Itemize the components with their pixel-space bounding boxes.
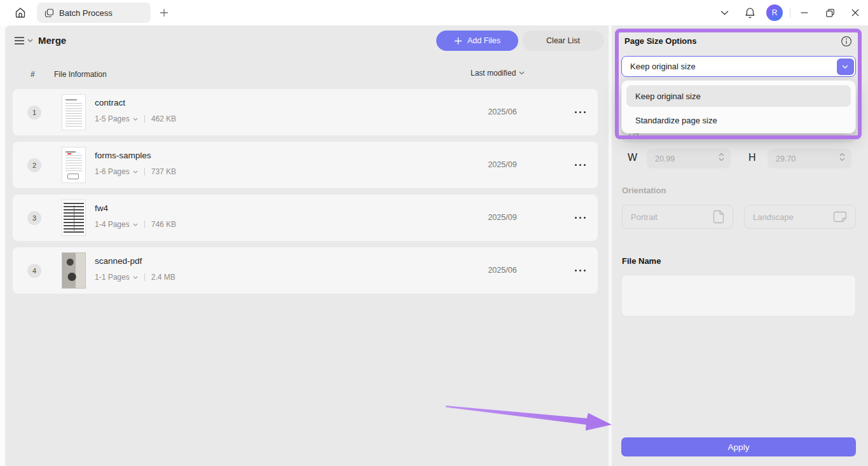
hamburger-icon <box>14 36 25 45</box>
row-more-button[interactable] <box>567 209 593 226</box>
avatar-initial: R <box>772 8 778 17</box>
page-range-dropdown[interactable]: 1-5 Pages <box>95 114 138 123</box>
file-modified-date: 2025/06 <box>476 266 529 275</box>
file-size: 2.4 MB <box>151 273 176 282</box>
file-meta: 1-5 Pages 462 KB <box>95 114 176 123</box>
height-label: H <box>748 152 756 163</box>
landscape-button[interactable]: Landscape <box>744 205 856 229</box>
file-index-badge: 1 <box>27 106 41 120</box>
panel-title: Page Size Options <box>624 36 696 46</box>
tab-batch-process[interactable]: Batch Process <box>37 3 151 23</box>
column-header-last-modified[interactable]: Last modified <box>471 69 525 78</box>
menu-item-standardize-page-size[interactable]: Standardize page size <box>626 109 851 131</box>
column-header-index: # <box>31 70 35 79</box>
titlebar: Batch Process <box>0 0 868 25</box>
file-row[interactable]: 3 fw4 1-4 Pages 746 KB 2025/09 <box>13 195 598 241</box>
portrait-page-icon <box>713 210 724 224</box>
meta-divider <box>144 273 145 281</box>
annotation-arrow-icon <box>442 402 617 432</box>
page-size-dropdown-menu: Keep original size Standardize page size <box>621 80 856 134</box>
chevron-down-icon <box>842 65 848 69</box>
orientation-label: Orientation <box>622 186 666 195</box>
meta-divider <box>144 168 145 175</box>
file-name-label: File Name <box>622 256 661 266</box>
info-button[interactable] <box>840 35 853 48</box>
file-thumbnail <box>62 200 86 236</box>
page-range-label: 1-6 Pages <box>95 167 130 176</box>
width-label: W <box>628 152 637 163</box>
chevron-down-icon <box>133 118 138 121</box>
page-size-select-toggle[interactable] <box>837 58 854 75</box>
file-name: contract <box>95 98 125 107</box>
file-meta: 1-4 Pages 746 KB <box>95 220 176 229</box>
height-stepper <box>768 149 851 168</box>
page-range-dropdown[interactable]: 1-1 Pages <box>95 273 138 282</box>
add-files-button[interactable]: Add Files <box>436 31 518 51</box>
page-size-select[interactable]: Keep original size <box>621 56 856 77</box>
file-name-input[interactable] <box>621 275 856 317</box>
stepper-icons[interactable] <box>839 153 845 161</box>
file-modified-date: 2025/09 <box>476 160 529 169</box>
file-size: 746 KB <box>151 220 176 229</box>
meta-divider <box>144 115 145 123</box>
file-size: 462 KB <box>151 114 176 123</box>
file-row[interactable]: 4 scanned-pdf 1-1 Pages 2.4 MB 2025/06 <box>13 247 598 294</box>
avatar[interactable]: R <box>766 4 783 21</box>
home-button[interactable] <box>11 4 29 22</box>
portrait-label: Portrait <box>631 212 658 222</box>
landscape-page-icon <box>833 211 847 223</box>
file-row[interactable]: 1 contract 1-5 Pages 462 KB 2025/06 <box>13 89 598 135</box>
apply-button[interactable]: Apply <box>621 437 856 456</box>
file-index-badge: 2 <box>27 158 41 172</box>
row-more-button[interactable] <box>567 261 593 279</box>
restore-icon <box>825 8 835 18</box>
portrait-button[interactable]: Portrait <box>622 205 733 229</box>
landscape-label: Landscape <box>753 212 794 222</box>
file-thumbnail <box>62 94 86 130</box>
merge-mode-menu-button[interactable] <box>14 31 39 50</box>
chevron-down-icon <box>519 71 525 75</box>
file-index-badge: 3 <box>27 211 41 225</box>
page-range-dropdown[interactable]: 1-6 Pages <box>95 167 138 176</box>
row-more-button[interactable] <box>567 156 593 174</box>
window-menu-button[interactable] <box>716 4 733 21</box>
page-range-label: 1-5 Pages <box>95 114 130 123</box>
close-icon <box>851 8 860 17</box>
last-modified-label: Last modified <box>471 69 516 78</box>
stepper-icons[interactable] <box>719 153 724 161</box>
minimize-icon <box>800 8 809 17</box>
tab-label: Batch Process <box>59 8 113 18</box>
minimize-button[interactable] <box>796 4 813 21</box>
home-icon <box>14 6 27 19</box>
file-meta: 1-1 Pages 2.4 MB <box>95 273 176 282</box>
file-size: 737 KB <box>151 167 176 176</box>
chevron-down-icon <box>27 39 33 43</box>
add-files-label: Add Files <box>467 36 500 45</box>
page-size-select-value: Keep original size <box>630 62 696 71</box>
page-range-dropdown[interactable]: 1-4 Pages <box>95 220 138 229</box>
file-name: fw4 <box>95 203 108 213</box>
info-icon <box>841 36 852 47</box>
page-range-label: 1-1 Pages <box>95 273 130 282</box>
file-index-badge: 4 <box>27 264 41 278</box>
chevron-down-icon <box>133 223 138 226</box>
file-name: forms-samples <box>95 151 151 160</box>
file-row[interactable]: 2 forms-samples 1-6 Pages 737 KB 2025/09 <box>13 142 598 188</box>
width-stepper <box>647 149 731 168</box>
notifications-button[interactable] <box>741 4 758 21</box>
close-button[interactable] <box>847 4 864 21</box>
file-thumbnail <box>62 147 86 183</box>
app-window: Batch Process <box>0 0 868 466</box>
apply-label: Apply <box>728 442 750 452</box>
bell-icon <box>744 7 756 19</box>
restore-button[interactable] <box>822 4 838 21</box>
page-range-label: 1-4 Pages <box>95 220 130 229</box>
clear-list-button[interactable]: Clear List <box>522 31 604 51</box>
row-more-button[interactable] <box>567 103 593 121</box>
new-tab-button[interactable] <box>155 4 173 22</box>
panel-divider <box>609 25 612 466</box>
file-thumbnail <box>62 252 86 289</box>
plus-icon <box>159 8 169 18</box>
batch-process-icon <box>45 8 54 18</box>
menu-item-keep-original-size[interactable]: Keep original size <box>626 85 851 107</box>
